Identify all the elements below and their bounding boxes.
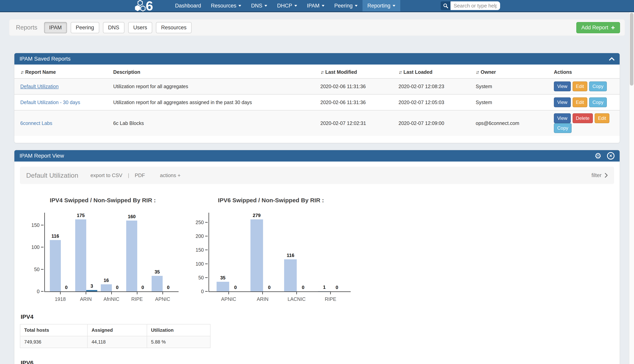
bar-value-label: 0: [167, 285, 170, 290]
y-axis-tick: 100: [27, 244, 44, 250]
bar-value-label: 0: [234, 285, 237, 290]
actions-menu[interactable]: actions +: [160, 172, 181, 178]
close-icon[interactable]: ✕: [607, 152, 614, 160]
top-navbar: 6 DashboardResourcesDNSDHCPIPAMPeeringRe…: [0, 0, 634, 12]
column-header-description: Description: [110, 64, 317, 78]
export-pdf-link[interactable]: PDF: [135, 172, 145, 178]
last-loaded-value: 2020-02-07 12:05:03: [395, 94, 472, 110]
table-row: Default UtilizationUtilization report fo…: [14, 78, 620, 94]
x-axis-label: ARIN: [257, 296, 269, 302]
ipv4-section-heading: IPV4: [21, 314, 620, 320]
last-modified-value: 2020-02-07 12:02:31: [317, 110, 395, 136]
chart-title: IPV6 Swipped / Non-Swipped By RIR :: [191, 197, 351, 204]
y-tick-mark: [41, 225, 44, 225]
column-header-report-name[interactable]: ↓↑Report Name: [14, 64, 110, 78]
sort-icon: ↓↑: [320, 69, 323, 75]
bar-value-label: 16: [104, 278, 109, 283]
view-button[interactable]: View: [554, 98, 571, 107]
chevron-up-icon[interactable]: [609, 57, 614, 60]
column-header-last-modified[interactable]: ↓↑Last Modified: [317, 64, 395, 78]
search-input[interactable]: [450, 2, 500, 10]
bar-value-label: 0: [268, 285, 271, 290]
y-tick-label: 100: [31, 244, 40, 250]
report-name-link[interactable]: Default Utilization - 30 days: [20, 100, 80, 105]
scrollbar-thumb[interactable]: [630, 13, 633, 86]
y-tick-mark: [41, 269, 44, 270]
view-button[interactable]: View: [554, 82, 571, 91]
y-tick-mark: [205, 236, 208, 236]
column-header-last-loaded[interactable]: ↓↑Last Loaded: [395, 64, 472, 78]
delete-button[interactable]: Delete: [572, 113, 593, 123]
add-report-label: Add Report: [581, 24, 608, 31]
charts-row: IPV4 Swipped / Non-Swipped By RIR :05010…: [14, 189, 620, 302]
nav-item-ipam[interactable]: IPAM: [302, 0, 329, 12]
gear-icon[interactable]: ⚙: [594, 152, 601, 160]
nav-item-dns[interactable]: DNS: [246, 0, 272, 12]
x-tick-mark: [111, 292, 112, 294]
saved-reports-panel-header: IPAM Saved Reports: [14, 53, 620, 64]
bar-group-arin: 2790: [246, 213, 280, 292]
edit-button[interactable]: Edit: [595, 113, 609, 123]
x-tick-mark: [296, 292, 297, 294]
6connect-logo[interactable]: 6: [134, 0, 163, 12]
edit-button[interactable]: Edit: [572, 98, 587, 107]
tab-users[interactable]: Users: [128, 22, 152, 33]
add-report-button[interactable]: Add Report +: [576, 22, 620, 33]
report-name-link[interactable]: 6connect Labs: [20, 120, 52, 126]
report-name: Default Utilization: [26, 172, 78, 179]
bar-group-arin: 1753: [74, 213, 99, 292]
sort-icon: ↓↑: [476, 69, 478, 75]
bar-group-afrinic: 160: [99, 213, 125, 292]
bar-swipped: [152, 276, 163, 292]
report-name-link[interactable]: Default Utilization: [20, 84, 59, 89]
bar-swipped: [50, 240, 61, 292]
nav-item-resources[interactable]: Resources: [206, 0, 246, 12]
bar-swipped: [101, 284, 112, 292]
bar-swipped: [318, 291, 331, 292]
y-axis-tick: 150: [191, 247, 208, 253]
bar-value-label: 3: [90, 283, 93, 289]
y-axis-tick: 200: [191, 233, 208, 239]
svg-text:6: 6: [146, 0, 153, 13]
filter-toggle[interactable]: filter: [591, 172, 608, 178]
column-header-owner[interactable]: ↓↑Owner: [472, 64, 551, 78]
y-tick-label: 0: [201, 289, 204, 294]
y-tick-mark: [205, 291, 208, 292]
tab-peering[interactable]: Peering: [71, 22, 99, 33]
nav-item-peering[interactable]: Peering: [329, 0, 362, 12]
x-axis-label: RIPE: [131, 296, 143, 302]
caret-down-icon: [264, 5, 267, 7]
nav-item-dashboard[interactable]: Dashboard: [170, 0, 206, 12]
scrollbar[interactable]: [629, 12, 634, 364]
y-tick-mark: [205, 277, 208, 278]
bar-swipped: [217, 282, 229, 292]
search-icon[interactable]: [441, 2, 450, 10]
bar-swipped: [75, 220, 86, 292]
bar-value-label: 160: [128, 214, 136, 220]
bar-group-apnic: 350: [150, 213, 175, 292]
edit-button[interactable]: Edit: [572, 82, 587, 91]
bar-value-label: 0: [336, 285, 338, 290]
plus-icon: +: [611, 25, 615, 30]
copy-button[interactable]: Copy: [589, 98, 607, 107]
row-actions: ViewDeleteEditCopy: [551, 110, 620, 136]
last-loaded-value: 2020-02-07 12:09:00: [395, 110, 472, 136]
copy-button[interactable]: Copy: [589, 82, 607, 91]
tab-resources[interactable]: Resources: [156, 22, 192, 33]
view-button[interactable]: View: [554, 113, 571, 123]
last-loaded-value: 2020-02-07 12:08:23: [395, 78, 472, 94]
x-tick-mark: [330, 292, 331, 294]
nav-item-dhcp[interactable]: DHCP: [272, 0, 302, 12]
ipv4-summary-table: Total hostsAssignedUtilization749,93644,…: [20, 324, 211, 348]
last-modified-value: 2020-02-06 11:31:36: [317, 78, 395, 94]
export-csv-link[interactable]: export to CSV: [91, 172, 123, 178]
nav-item-reporting[interactable]: Reporting: [362, 0, 400, 12]
bar-group-ripe: 1600: [125, 213, 150, 292]
y-tick-mark: [41, 247, 44, 248]
panel-title: IPAM Report View: [20, 153, 64, 159]
copy-button[interactable]: Copy: [554, 123, 571, 133]
tab-dns[interactable]: DNS: [103, 22, 125, 33]
tab-ipam[interactable]: IPAM: [44, 22, 67, 33]
bar-value-label: 35: [155, 269, 160, 275]
bar-value-label: 279: [253, 213, 261, 218]
